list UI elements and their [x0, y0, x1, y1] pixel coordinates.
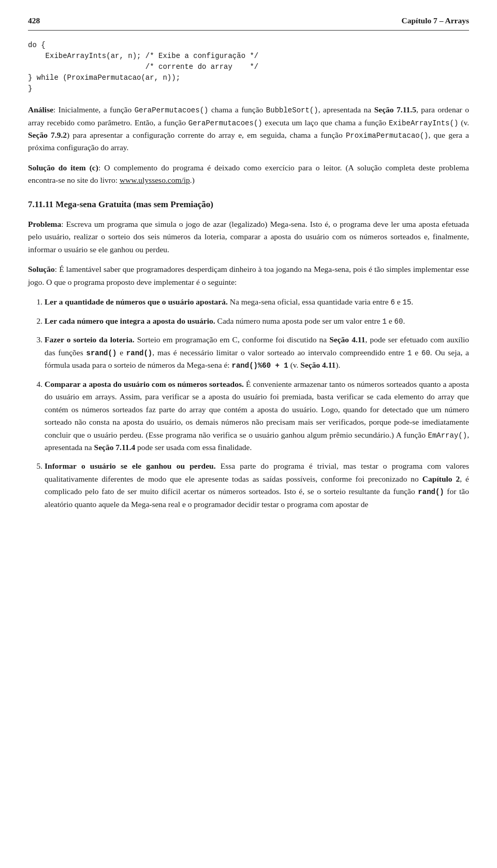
solution-list: Ler a quantidade de números que o usuári… — [45, 296, 469, 511]
list-item-5: Informar o usuário se ele ganhou ou perd… — [45, 460, 469, 511]
problem-label: Problema — [28, 220, 61, 228]
list-item-2: Ler cada número que integra a aposta do … — [45, 315, 469, 327]
problem-paragraph: Problema: Escreva um programa que simula… — [28, 218, 469, 256]
page-header: 428 Capítulo 7 – Arrays — [28, 15, 469, 31]
list-item-1-bold: Ler a quantidade de números que o usuári… — [45, 297, 228, 306]
analysis-label: Análise — [28, 105, 53, 114]
analysis-paragraph: Análise: Inicialmente, a função GeraPerm… — [28, 104, 469, 154]
page-number: 428 — [28, 15, 40, 27]
list-item-3-bold: Fazer o sorteio da loteria. — [45, 335, 135, 344]
list-item-5-bold: Informar o usuário se ele ganhou ou perd… — [45, 461, 216, 470]
solution-label: Solução — [28, 265, 55, 273]
list-item-1: Ler a quantidade de números que o usuári… — [45, 296, 469, 308]
list-item-3: Fazer o sorteio da loteria. Sorteio em p… — [45, 334, 469, 371]
website-link[interactable]: www.ulysseso.com/ip — [120, 176, 190, 184]
page: 428 Capítulo 7 – Arrays do { ExibeArrayI… — [0, 0, 497, 868]
solution-c-paragraph: Solução do item (c): O complemento do pr… — [28, 162, 469, 187]
code-block: do { ExibeArrayInts(ar, n); /* Exibe a c… — [28, 40, 469, 94]
solution-c-label: Solução do item (c) — [28, 163, 98, 172]
list-item-4: Comparar a aposta do usuário com os núme… — [45, 378, 469, 454]
section-heading: 7.11.11 Mega-sena Gratuita (mas sem Prem… — [28, 198, 469, 211]
solution-intro: Solução: É lamentável saber que programa… — [28, 263, 469, 288]
list-item-4-bold: Comparar a aposta do usuário com os núme… — [45, 380, 244, 388]
list-item-2-bold: Ler cada número que integra a aposta do … — [45, 316, 215, 325]
chapter-title: Capítulo 7 – Arrays — [402, 15, 469, 27]
